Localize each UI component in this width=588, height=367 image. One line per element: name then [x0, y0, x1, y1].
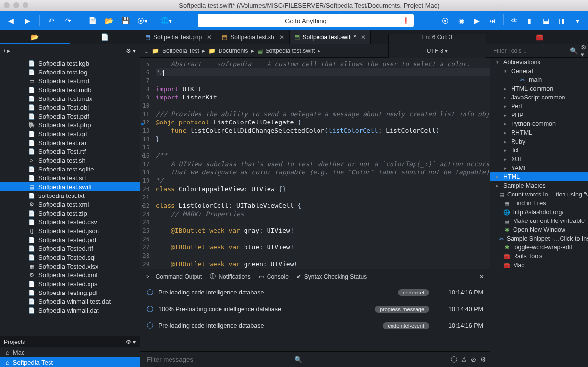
- tool-item[interactable]: ▸PHP: [490, 111, 588, 120]
- filter-messages-input[interactable]: [144, 353, 291, 366]
- notification-row[interactable]: ⓘ100% Pre-loading code intelligence data…: [140, 301, 490, 318]
- save-button[interactable]: 💾: [119, 14, 132, 27]
- file-row[interactable]: >Softpedia test.sh: [0, 156, 140, 165]
- traffic-zoom-icon[interactable]: [23, 2, 28, 8]
- file-row[interactable]: {}Softpedia Tested.json: [0, 226, 140, 235]
- browser-preview-button[interactable]: 🌐▾: [159, 14, 173, 27]
- tool-item[interactable]: ✱toggle-word-wrap-edit: [490, 243, 588, 252]
- tool-item[interactable]: ▤Make current file writeable: [490, 217, 588, 225]
- file-row[interactable]: 📄Softpedia Test.pdf: [0, 112, 140, 121]
- traffic-close-icon[interactable]: [4, 2, 10, 8]
- toolbox-icon[interactable]: 🧰: [490, 30, 588, 44]
- panel-left-icon[interactable]: ◧: [523, 14, 537, 27]
- file-row[interactable]: ⚙Softpedia Tested.xml: [0, 270, 140, 279]
- file-row[interactable]: 📄Softpedia winmail test.dat: [0, 297, 140, 306]
- filter-tools-input[interactable]: [493, 48, 567, 54]
- notifications-tab[interactable]: ⓘ Notifications: [210, 272, 250, 281]
- warning-filter-icon[interactable]: ⚠: [461, 356, 467, 363]
- redo-button[interactable]: ↷: [61, 14, 75, 27]
- file-row[interactable]: 📄Softpedia test.log: [0, 68, 140, 76]
- traffic-minimize-icon[interactable]: [13, 2, 19, 8]
- tool-item[interactable]: ▤Count words in …tion using "wc": [490, 190, 588, 199]
- file-row[interactable]: 🐘Softpedia Test.php: [0, 121, 140, 129]
- info-filter-icon[interactable]: ⓘ: [451, 355, 457, 364]
- tool-item[interactable]: ▾General: [490, 67, 588, 75]
- tool-item[interactable]: ▸Tcl: [490, 146, 588, 155]
- tool-item[interactable]: 🧰Mac: [490, 261, 588, 269]
- file-tree[interactable]: 📄Softpedia test.kgb📄Softpedia test.log▭S…: [0, 58, 140, 336]
- tool-item[interactable]: 🧰Rails Tools: [490, 252, 588, 261]
- file-row[interactable]: ▭Softpedia Test.md: [0, 76, 140, 85]
- close-tab-icon[interactable]: ✕: [207, 34, 212, 41]
- editor-tab[interactable]: ▤Softpedia test.sh✕: [217, 30, 289, 44]
- stop-button[interactable]: ◉: [454, 14, 468, 27]
- tool-item[interactable]: ▸HTML-common: [490, 84, 588, 93]
- tool-item[interactable]: ✱Open New Window: [490, 225, 588, 234]
- file-row[interactable]: 📄Softpedia Tested.rtf: [0, 244, 140, 253]
- projects-gear-icon[interactable]: ⚙ ▾: [126, 339, 136, 345]
- syntax-check-tab[interactable]: ✔ Syntax Checking Status: [296, 273, 367, 280]
- tools-gear-icon[interactable]: ⚙ ▾: [581, 44, 587, 58]
- console-tab[interactable]: ▭ Console: [259, 273, 289, 280]
- editor-tab[interactable]: ▤Softpedia Test.php✕: [140, 30, 217, 44]
- file-row[interactable]: 📄Softpedia test.srt: [0, 173, 140, 182]
- file-row[interactable]: 📄Softpedia Test.obj: [0, 103, 140, 112]
- error-filter-icon[interactable]: ⊘: [471, 356, 476, 363]
- file-row[interactable]: 📄Softpedia Tested.csv: [0, 218, 140, 226]
- encoding-selector[interactable]: UTF-8 ▾: [427, 48, 448, 54]
- record-macro-button[interactable]: ⦿▾: [135, 14, 149, 27]
- file-row[interactable]: 📄Softpedia Tested.pdf: [0, 235, 140, 244]
- tool-item[interactable]: ▤Find in Files: [490, 199, 588, 208]
- tool-item[interactable]: 🌐http://slashdot.org/: [490, 208, 588, 217]
- file-row[interactable]: 📄Softpedia Tested.sql: [0, 253, 140, 262]
- file-row[interactable]: 📄Softpedia Testing.pdf: [0, 288, 140, 297]
- tool-item[interactable]: ▸Python-common: [490, 120, 588, 128]
- back-button[interactable]: ◀: [4, 14, 18, 27]
- project-row[interactable]: ⌂Mac: [0, 347, 140, 357]
- file-row[interactable]: 📄Softpedia test.sqlite: [0, 165, 140, 173]
- file-row[interactable]: 📄Softpedia test.mdb: [0, 85, 140, 94]
- play-button[interactable]: ▶: [470, 14, 484, 27]
- open-file-button[interactable]: 📂: [102, 14, 116, 27]
- file-row[interactable]: 📄Softpedia winmail.dat: [0, 306, 140, 315]
- path-breadcrumb[interactable]: / ▸: [4, 48, 10, 54]
- close-tab-icon[interactable]: ✕: [279, 34, 284, 41]
- undo-button[interactable]: ↶: [45, 14, 58, 27]
- file-row[interactable]: 📄Softpedia Test.qif: [0, 129, 140, 138]
- search-icon[interactable]: 🔍: [294, 356, 302, 363]
- tool-item[interactable]: ▸Perl: [490, 102, 588, 111]
- notification-row[interactable]: ⓘPre-loading code intelligence databasec…: [140, 318, 490, 334]
- project-row[interactable]: ⌂Softpedia Test: [0, 357, 140, 367]
- go-to-anything-input[interactable]: Go to Anything ❗: [198, 14, 414, 27]
- close-tab-icon[interactable]: ✕: [361, 34, 366, 41]
- places-tab[interactable]: 📂: [0, 30, 70, 44]
- step-button[interactable]: ⏭: [486, 14, 499, 27]
- file-row[interactable]: ▤Softpedia test.swift: [0, 182, 140, 191]
- search-icon[interactable]: 🔍: [570, 47, 578, 54]
- file-row[interactable]: 📄Softpedia Tested.xps: [0, 279, 140, 288]
- panel-bottom-icon[interactable]: ⬓: [539, 14, 553, 27]
- panel-right-icon[interactable]: ◨: [555, 14, 568, 27]
- notification-row[interactable]: ⓘPre-loading code intelligence databasec…: [140, 284, 490, 301]
- command-output-tab[interactable]: >_ Command Output: [146, 273, 202, 280]
- gear-icon[interactable]: ⚙ ▾: [126, 48, 136, 54]
- tool-item[interactable]: ✂main: [490, 75, 588, 84]
- eye-icon[interactable]: 👁: [508, 14, 521, 27]
- menu-dropdown-icon[interactable]: ▾: [570, 14, 584, 27]
- tool-item[interactable]: ▾Abbreviations: [490, 58, 588, 67]
- file-row[interactable]: 📄Softpedia Test.rtf: [0, 147, 140, 156]
- tool-item[interactable]: ▸HTML: [490, 172, 588, 181]
- tool-item[interactable]: ✂Sample Snippet -…Click to Insert: [490, 234, 588, 243]
- tools-tree[interactable]: ▾Abbreviations▾General✂main▸HTML-common▸…: [490, 58, 588, 367]
- file-row[interactable]: 📄Softpedia test.zip: [0, 209, 140, 218]
- forward-button[interactable]: ▶: [21, 14, 34, 27]
- files-tab[interactable]: 📄: [70, 30, 140, 44]
- editor-tab[interactable]: ▤Softpedia test.swift *✕: [290, 30, 371, 44]
- file-row[interactable]: 📄Softpedia Test.mdx: [0, 94, 140, 103]
- tool-item[interactable]: ▸Ruby: [490, 137, 588, 146]
- tool-item[interactable]: ▸XUL: [490, 155, 588, 164]
- file-row[interactable]: 📄Softpedia test.kgb: [0, 59, 140, 68]
- record-button[interactable]: ⦿: [439, 14, 452, 27]
- file-row[interactable]: 📄softpedia test.txt: [0, 191, 140, 200]
- close-panel-icon[interactable]: ✕: [479, 273, 484, 280]
